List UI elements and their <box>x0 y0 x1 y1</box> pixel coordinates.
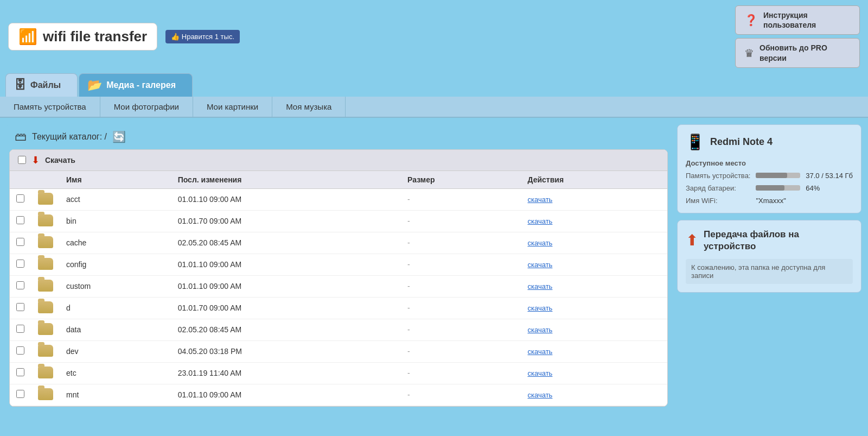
manual-label: Инструкция пользователя <box>763 10 851 30</box>
row-name: cache <box>60 232 171 254</box>
transfer-note: К сожалению, эта папка не доступна для з… <box>686 259 853 284</box>
row-modified: 23.01.19 11:40 AM <box>171 362 401 384</box>
transfer-card: ⬆ Передача файлов на устройство К сожале… <box>677 220 861 293</box>
col-modified: Посл. изменения <box>171 171 401 189</box>
row-checkbox[interactable] <box>10 275 31 297</box>
upgrade-label: Обновить до PRO версии <box>760 43 851 62</box>
current-dir-label: Текущий каталог: / <box>32 132 107 142</box>
tab-media[interactable]: 📂 Медиа - галерея <box>79 73 193 97</box>
table-row: etc 23.01.19 11:40 AM - скачать <box>10 362 667 384</box>
row-name: mnt <box>60 384 171 406</box>
wifi-icon: 📶 <box>18 28 37 46</box>
upgrade-button[interactable]: ♛ Обновить до PRO версии <box>735 38 860 67</box>
transfer-title: Передача файлов на устройство <box>704 229 853 252</box>
file-table-container: ⬇ Скачать Имя Посл. изменения Размер Дей… <box>9 149 668 407</box>
row-size: - <box>401 210 521 232</box>
row-folder-icon <box>31 210 60 232</box>
col-size: Размер <box>401 171 521 189</box>
manual-icon: ❓ <box>744 14 758 27</box>
table-row: bin 01.01.70 09:00 AM - скачать <box>10 210 667 232</box>
row-modified: 04.05.20 03:18 PM <box>171 340 401 362</box>
col-name: Имя <box>60 171 171 189</box>
row-checkbox[interactable] <box>10 232 31 254</box>
row-name: config <box>60 254 171 275</box>
row-size: - <box>401 297 521 319</box>
row-action[interactable]: скачать <box>521 384 667 406</box>
row-size: - <box>401 254 521 275</box>
table-row: config 01.01.10 09:00 AM - скачать <box>10 254 667 275</box>
row-name: custom <box>60 275 171 297</box>
subnav: Память устройства Мои фотографии Мои кар… <box>0 97 868 118</box>
row-checkbox[interactable] <box>10 362 31 384</box>
row-folder-icon <box>31 384 60 406</box>
row-action[interactable]: скачать <box>521 319 667 340</box>
row-size: - <box>401 362 521 384</box>
col-actions: Действия <box>521 171 667 189</box>
subnav-photos[interactable]: Мои фотографии <box>100 97 193 117</box>
row-name: d <box>60 297 171 319</box>
device-info: Доступное место Память устройства: 37.0 … <box>686 159 853 205</box>
device-header: 📱 Redmi Note 4 <box>686 133 853 151</box>
subnav-pictures[interactable]: Мои картинки <box>193 97 272 117</box>
row-checkbox[interactable] <box>10 384 31 406</box>
battery-value: 64% <box>806 184 853 192</box>
memory-label: Память устройства: <box>686 172 750 180</box>
row-folder-icon <box>31 319 60 340</box>
right-panel: 📱 Redmi Note 4 Доступное место Память ус… <box>677 124 861 407</box>
battery-label: Заряд батареи: <box>686 184 750 192</box>
transfer-header: ⬆ Передача файлов на устройство <box>686 229 853 252</box>
row-checkbox[interactable] <box>10 297 31 319</box>
select-all-checkbox[interactable] <box>18 156 26 164</box>
storage-label: Доступное место <box>686 159 853 167</box>
download-bar: ⬇ Скачать <box>10 150 667 171</box>
table-header: Имя Посл. изменения Размер Действия <box>10 171 667 189</box>
wifi-name-value: "Xmaxxx" <box>756 197 853 205</box>
download-label: Скачать <box>45 156 75 165</box>
like-button[interactable]: 👍 Нравится 1 тыс. <box>165 30 240 43</box>
tab-files-label: Файлы <box>30 80 61 90</box>
row-folder-icon <box>31 340 60 362</box>
transfer-icon: ⬆ <box>686 231 698 249</box>
row-checkbox[interactable] <box>10 319 31 340</box>
current-dir: 🗃 Текущий каталог: / 🔄 <box>7 124 671 149</box>
row-action[interactable]: скачать <box>521 297 667 319</box>
row-modified: 01.01.10 09:00 AM <box>171 275 401 297</box>
row-size: - <box>401 319 521 340</box>
row-action[interactable]: скачать <box>521 232 667 254</box>
upgrade-icon: ♛ <box>744 47 754 60</box>
refresh-icon[interactable]: 🔄 <box>112 130 126 143</box>
app-title: wifi file transfer <box>43 28 147 45</box>
row-action[interactable]: скачать <box>521 275 667 297</box>
media-tab-icon: 📂 <box>87 78 102 92</box>
table-row: data 02.05.20 08:45 AM - скачать <box>10 319 667 340</box>
row-modified: 02.05.20 08:45 AM <box>171 319 401 340</box>
row-size: - <box>401 188 521 210</box>
row-checkbox[interactable] <box>10 254 31 275</box>
row-action[interactable]: скачать <box>521 254 667 275</box>
subnav-music[interactable]: Моя музыка <box>272 97 346 117</box>
tab-media-label: Медиа - галерея <box>106 80 176 90</box>
row-size: - <box>401 232 521 254</box>
subnav-device-memory[interactable]: Память устройства <box>0 97 100 117</box>
row-modified: 01.01.10 09:00 AM <box>171 254 401 275</box>
row-checkbox[interactable] <box>10 210 31 232</box>
device-card: 📱 Redmi Note 4 Доступное место Память ус… <box>677 124 861 213</box>
header: 📶 wifi file transfer 👍 Нравится 1 тыс. ❓… <box>0 0 868 73</box>
row-name: acct <box>60 188 171 210</box>
tab-files[interactable]: 🗄 Файлы <box>5 73 78 97</box>
row-folder-icon <box>31 232 60 254</box>
row-action[interactable]: скачать <box>521 188 667 210</box>
table-row: dev 04.05.20 03:18 PM - скачать <box>10 340 667 362</box>
row-checkbox[interactable] <box>10 188 31 210</box>
row-action[interactable]: скачать <box>521 210 667 232</box>
manual-button[interactable]: ❓ Инструкция пользователя <box>735 5 860 35</box>
row-checkbox[interactable] <box>10 340 31 362</box>
row-folder-icon <box>31 362 60 384</box>
row-folder-icon <box>31 188 60 210</box>
row-modified: 01.01.10 09:00 AM <box>171 188 401 210</box>
row-modified: 01.01.10 09:00 AM <box>171 384 401 406</box>
row-size: - <box>401 384 521 406</box>
row-name: data <box>60 319 171 340</box>
row-action[interactable]: скачать <box>521 340 667 362</box>
row-action[interactable]: скачать <box>521 362 667 384</box>
